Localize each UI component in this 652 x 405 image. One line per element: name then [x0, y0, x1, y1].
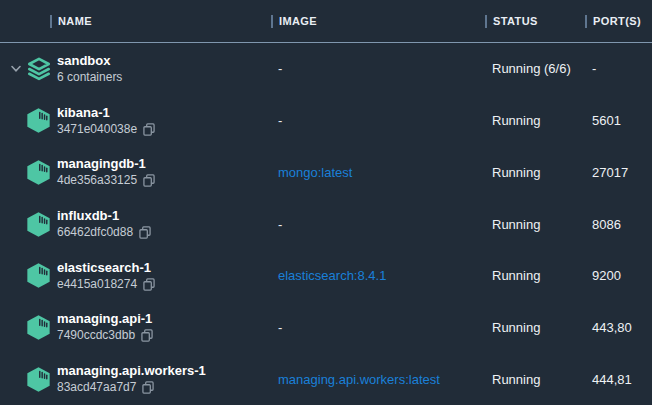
container-name: sandbox — [57, 52, 278, 69]
container-name: elasticsearch-1 — [57, 259, 278, 276]
copy-icon[interactable] — [143, 123, 155, 136]
table-body: sandbox 6 containers - Running (6/6) - — [0, 43, 652, 405]
row-name-cell: managingdb-1 4de356a33125 — [57, 155, 278, 189]
container-id: e4415a018274 — [57, 276, 137, 293]
image-link[interactable]: mongo:latest — [278, 165, 352, 180]
containers-table: NAME IMAGE STATUS PORT(S) — [0, 0, 652, 405]
row-image-cell: managing.api.workers:latest — [278, 372, 492, 387]
row-icon-cell — [0, 314, 57, 341]
copy-icon[interactable] — [143, 278, 155, 291]
column-header-name: NAME — [50, 15, 271, 28]
image-name: - — [278, 320, 282, 335]
ports-text: 5601 — [592, 113, 621, 128]
copy-icon[interactable] — [139, 226, 151, 239]
row-icon-cell — [0, 159, 57, 186]
row-status-cell: Running — [492, 320, 592, 335]
column-header-label: STATUS — [493, 15, 538, 27]
row-ports-cell: 443,80 — [592, 320, 652, 335]
row-status-cell: Running — [492, 217, 592, 232]
ports-text: 444,81 — [592, 372, 632, 387]
table-row[interactable]: managingdb-1 4de356a33125 mongo:latest R… — [0, 146, 652, 198]
row-icon-cell — [0, 107, 57, 134]
column-header-status: STATUS — [485, 15, 585, 28]
row-ports-cell: - — [592, 61, 652, 76]
row-name-cell: kibana-1 3471e040038e — [57, 104, 278, 138]
ports-text: 27017 — [592, 165, 628, 180]
row-status-cell: Running (6/6) — [492, 61, 592, 76]
status-text: Running — [492, 268, 540, 283]
layers-icon — [26, 56, 53, 82]
container-id: 7490ccdc3dbb — [57, 327, 135, 344]
row-status-cell: Running — [492, 165, 592, 180]
container-icon — [26, 159, 53, 186]
status-text: Running — [492, 217, 540, 232]
image-name: - — [278, 61, 282, 76]
row-image-cell: - — [278, 113, 492, 128]
table-row[interactable]: managing.api.workers-1 83acd47aa7d7 mana… — [0, 353, 652, 405]
row-icon-cell — [0, 211, 57, 238]
container-icon — [26, 314, 53, 341]
row-name-cell: elasticsearch-1 e4415a018274 — [57, 259, 278, 293]
column-header-image: IMAGE — [271, 15, 485, 28]
table-row[interactable]: sandbox 6 containers - Running (6/6) - — [0, 43, 652, 95]
row-status-cell: Running — [492, 268, 592, 283]
copy-icon[interactable] — [141, 329, 153, 342]
copy-icon[interactable] — [142, 381, 154, 394]
row-name-cell: influxdb-1 66462dfc0d88 — [57, 207, 278, 241]
table-row[interactable]: elasticsearch-1 e4415a018274 elasticsear… — [0, 250, 652, 302]
status-text: Running — [492, 165, 540, 180]
container-id: 66462dfc0d88 — [57, 224, 133, 241]
row-status-cell: Running — [492, 113, 592, 128]
row-ports-cell: 5601 — [592, 113, 652, 128]
row-icon-cell — [0, 262, 57, 289]
container-name: kibana-1 — [57, 104, 278, 121]
container-id: 3471e040038e — [57, 121, 137, 138]
container-icon — [26, 366, 53, 393]
table-row[interactable]: kibana-1 3471e040038e - Running 5601 — [0, 95, 652, 147]
status-text: Running — [492, 320, 540, 335]
table-row[interactable]: influxdb-1 66462dfc0d88 - Running 8086 — [0, 198, 652, 250]
table-row[interactable]: managing.api-1 7490ccdc3dbb - Running 44… — [0, 302, 652, 354]
image-name: - — [278, 113, 282, 128]
ports-text: 443,80 — [592, 320, 632, 335]
row-icon-cell — [0, 56, 57, 82]
container-icon — [26, 211, 53, 238]
ports-text: 8086 — [592, 217, 621, 232]
row-name-cell: managing.api-1 7490ccdc3dbb — [57, 310, 278, 344]
image-link[interactable]: managing.api.workers:latest — [278, 372, 440, 387]
column-separator — [271, 15, 273, 28]
container-name: influxdb-1 — [57, 207, 278, 224]
row-status-cell: Running — [492, 372, 592, 387]
chevron-down-icon[interactable] — [10, 65, 23, 73]
row-ports-cell: 444,81 — [592, 372, 652, 387]
row-ports-cell: 27017 — [592, 165, 652, 180]
ports-text: 9200 — [592, 268, 621, 283]
row-image-cell: mongo:latest — [278, 165, 492, 180]
copy-icon[interactable] — [143, 174, 155, 187]
row-icon-cell — [0, 366, 57, 393]
container-id: 83acd47aa7d7 — [57, 379, 136, 396]
column-separator — [50, 15, 52, 28]
row-image-cell: - — [278, 61, 492, 76]
row-image-cell: elasticsearch:8.4.1 — [278, 268, 492, 283]
row-image-cell: - — [278, 320, 492, 335]
container-name: managing.api-1 — [57, 310, 278, 327]
table-header: NAME IMAGE STATUS PORT(S) — [0, 0, 652, 43]
row-image-cell: - — [278, 217, 492, 232]
status-text: Running (6/6) — [492, 61, 571, 76]
column-separator — [585, 15, 587, 28]
column-header-label: NAME — [58, 15, 92, 27]
container-id: 6 containers — [57, 69, 122, 86]
status-text: Running — [492, 372, 540, 387]
container-icon — [26, 262, 53, 289]
image-name: - — [278, 217, 282, 232]
image-link[interactable]: elasticsearch:8.4.1 — [278, 268, 386, 283]
column-header-label: PORT(S) — [593, 15, 641, 27]
container-name: managing.api.workers-1 — [57, 362, 278, 379]
column-header-ports: PORT(S) — [585, 15, 645, 28]
container-icon — [26, 107, 53, 134]
column-header-label: IMAGE — [279, 15, 317, 27]
container-id: 4de356a33125 — [57, 172, 137, 189]
container-name: managingdb-1 — [57, 155, 278, 172]
status-text: Running — [492, 113, 540, 128]
